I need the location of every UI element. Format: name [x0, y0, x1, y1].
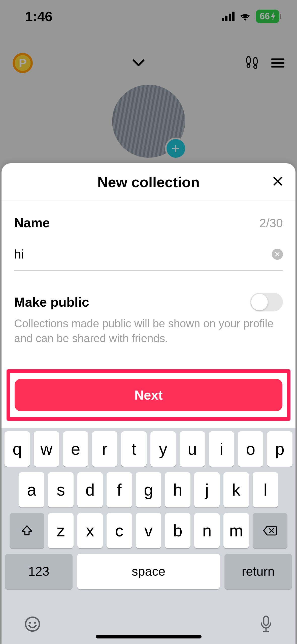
key-u[interactable]: u [180, 431, 205, 467]
shift-key[interactable] [10, 513, 44, 548]
clear-input-icon[interactable] [272, 249, 283, 260]
next-button-highlight: Next [7, 369, 290, 421]
key-q[interactable]: q [5, 431, 30, 467]
sheet-title: New collection [97, 174, 200, 190]
key-v[interactable]: v [136, 513, 161, 548]
key-r[interactable]: r [92, 431, 117, 467]
key-l[interactable]: l [253, 472, 278, 507]
space-key[interactable]: space [77, 554, 220, 589]
svg-rect-3 [264, 616, 268, 625]
key-j[interactable]: j [194, 472, 220, 507]
char-counter: 2/30 [259, 216, 283, 230]
key-i[interactable]: i [209, 431, 234, 467]
make-public-toggle[interactable] [250, 293, 283, 311]
key-n[interactable]: n [194, 513, 220, 548]
close-icon[interactable] [272, 174, 283, 190]
key-a[interactable]: a [19, 472, 44, 507]
keyboard: qwertyuiop asdfghjkl zxcvbnm 123 space r… [2, 428, 295, 644]
make-public-description: Collections made public will be shown on… [14, 316, 283, 346]
key-p[interactable]: p [267, 431, 292, 467]
key-w[interactable]: w [34, 431, 59, 467]
key-c[interactable]: c [107, 513, 132, 548]
svg-point-0 [26, 617, 40, 631]
numbers-key[interactable]: 123 [5, 554, 73, 589]
sheet-header: New collection [2, 163, 295, 201]
mic-icon[interactable] [259, 615, 273, 637]
key-h[interactable]: h [165, 472, 190, 507]
key-z[interactable]: z [48, 513, 74, 548]
home-indicator[interactable] [96, 635, 202, 638]
name-label: Name [14, 215, 50, 230]
collection-name-input[interactable] [14, 247, 272, 262]
key-d[interactable]: d [77, 472, 103, 507]
next-button[interactable]: Next [15, 379, 282, 411]
backspace-key[interactable] [253, 513, 287, 548]
emoji-icon[interactable] [24, 616, 41, 636]
key-x[interactable]: x [77, 513, 103, 548]
key-f[interactable]: f [107, 472, 132, 507]
key-m[interactable]: m [223, 513, 249, 548]
key-t[interactable]: t [121, 431, 147, 467]
key-o[interactable]: o [238, 431, 263, 467]
key-s[interactable]: s [48, 472, 74, 507]
return-key[interactable]: return [224, 554, 292, 589]
key-g[interactable]: g [136, 472, 161, 507]
svg-point-1 [29, 622, 31, 624]
svg-point-2 [34, 622, 36, 624]
key-k[interactable]: k [223, 472, 249, 507]
key-b[interactable]: b [165, 513, 190, 548]
new-collection-sheet: New collection Name 2/30 Make public Col… [2, 163, 295, 644]
key-e[interactable]: e [63, 431, 88, 467]
key-y[interactable]: y [150, 431, 176, 467]
make-public-label: Make public [14, 295, 89, 310]
